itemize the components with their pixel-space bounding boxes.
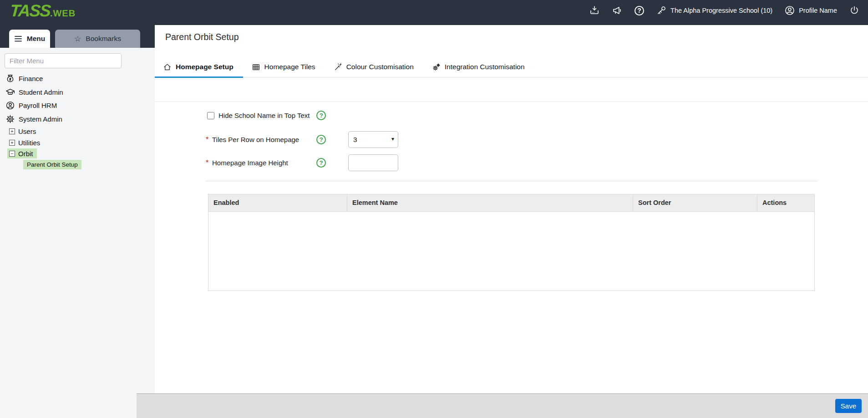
elements-table: Enabled Element Name Sort Order Actions: [208, 194, 815, 291]
hide-school-name-checkbox[interactable]: [207, 112, 214, 119]
tree-child-label: Parent Orbit Setup: [27, 161, 78, 168]
plus-box-icon[interactable]: +: [9, 140, 15, 146]
table-body-empty: [208, 212, 815, 291]
column-header-element-name: Element Name: [347, 194, 633, 211]
sidebar: Menu ☆ Bookmarks Finance Student Admin: [0, 25, 155, 418]
tab-label: Colour Customisation: [346, 63, 414, 71]
plus-box-icon[interactable]: +: [9, 128, 15, 134]
sidebar-item-parent-orbit-setup[interactable]: Parent Orbit Setup: [23, 160, 81, 169]
sidebar-item-label: Student Admin: [19, 88, 63, 96]
power-icon[interactable]: [849, 5, 860, 16]
tab-homepage-setup[interactable]: Homepage Setup: [155, 57, 243, 77]
menu-tab-label: Menu: [27, 35, 45, 43]
hamburger-icon: [14, 36, 22, 42]
required-marker: *: [206, 159, 212, 167]
sidebar-tree-users[interactable]: + Users: [0, 126, 36, 136]
column-header-actions: Actions: [757, 194, 815, 211]
sidebar-item-finance[interactable]: Finance: [0, 73, 43, 84]
section-divider-top: [155, 102, 868, 102]
graduation-cap-icon: [5, 87, 15, 97]
save-button[interactable]: Save: [835, 399, 862, 413]
tab-bar: Homepage Setup Homepage Tiles Colour Cus…: [155, 57, 868, 77]
gears-icon: [432, 63, 441, 71]
tab-integration-customisation[interactable]: Integration Customisation: [424, 57, 534, 77]
logo-text-main: TASS: [10, 1, 51, 20]
help-icon[interactable]: ?: [635, 6, 644, 15]
tab-label: Homepage Setup: [176, 63, 233, 71]
help-icon[interactable]: ?: [316, 135, 326, 144]
sidebar-item-label: Finance: [19, 75, 43, 82]
sidebar-item-payroll-hrm[interactable]: Payroll HRM: [0, 100, 57, 111]
sidebar-header-band: Menu ☆ Bookmarks: [0, 25, 155, 48]
home-icon: [163, 63, 172, 71]
tree-item-label: Orbit: [18, 150, 33, 158]
tree-item-label: Users: [18, 127, 36, 135]
top-bar: TASS .WEB ? The Alp: [0, 0, 868, 25]
hide-school-name-label: Hide School Name in Top Text: [218, 112, 310, 119]
download-icon[interactable]: [589, 5, 600, 16]
help-icon[interactable]: ?: [316, 111, 326, 120]
wand-icon: [334, 63, 342, 71]
tab-label: Homepage Tiles: [264, 63, 315, 71]
key-icon: [656, 5, 667, 16]
sidebar-item-student-admin[interactable]: Student Admin: [0, 87, 63, 97]
gear-icon: [5, 114, 15, 124]
megaphone-icon[interactable]: [612, 5, 623, 16]
tab-colour-customisation[interactable]: Colour Customisation: [325, 57, 423, 77]
tiles-per-row-select[interactable]: 3: [348, 131, 398, 148]
form-row-tiles-per-row: * Tiles Per Row on Homepage ? 3 ▾: [206, 131, 398, 148]
bookmarks-tab[interactable]: ☆ Bookmarks: [55, 30, 140, 48]
money-bag-icon: [5, 74, 15, 83]
column-header-sort-order: Sort Order: [633, 194, 757, 211]
tab-label: Integration Customisation: [445, 63, 525, 71]
tab-homepage-tiles[interactable]: Homepage Tiles: [244, 57, 325, 77]
sidebar-tree-orbit[interactable]: − Orbit: [7, 148, 37, 158]
form-row-homepage-image-height: * Homepage Image Height ?: [206, 154, 398, 171]
footer-bar: Save: [137, 393, 868, 418]
profile-icon: [784, 5, 795, 16]
tiles-per-row-label: Tiles Per Row on Homepage: [212, 136, 316, 143]
tass-web-logo[interactable]: TASS .WEB: [10, 1, 76, 20]
column-header-enabled: Enabled: [208, 194, 347, 211]
sidebar-item-label: System Admin: [19, 115, 62, 123]
filter-menu-input[interactable]: [5, 53, 122, 68]
sidebar-item-label: Payroll HRM: [19, 102, 57, 109]
sidebar-tree-utilities[interactable]: + Utilities: [0, 138, 40, 148]
school-name: The Alpha Progressive School (10): [670, 7, 772, 14]
minus-box-icon[interactable]: −: [9, 151, 15, 157]
logo-text-suffix: .WEB: [50, 8, 76, 19]
page-title: Parent Orbit Setup: [165, 32, 239, 42]
profile-name: Profile Name: [799, 7, 837, 14]
tree-item-label: Utilities: [18, 139, 40, 147]
person-circle-icon: [5, 101, 15, 110]
required-marker: *: [206, 136, 212, 144]
main-content: Parent Orbit Setup Homepage Setup Homepa…: [155, 25, 868, 418]
homepage-image-height-label: Homepage Image Height: [212, 159, 316, 167]
form-row-hide-school-name: Hide School Name in Top Text ?: [207, 111, 326, 120]
sidebar-item-system-admin[interactable]: System Admin: [0, 113, 62, 124]
homepage-image-height-input[interactable]: [348, 154, 398, 171]
table-header-row: Enabled Element Name Sort Order Actions: [208, 194, 815, 212]
help-icon[interactable]: ?: [316, 158, 326, 168]
menu-tab[interactable]: Menu: [9, 30, 50, 48]
grid-icon: [252, 63, 260, 71]
bookmarks-tab-label: Bookmarks: [86, 35, 121, 43]
topbar-actions: ? The Alpha Progressive School (10) Prof…: [589, 0, 860, 21]
school-selector[interactable]: The Alpha Progressive School (10): [656, 5, 772, 16]
profile-menu[interactable]: Profile Name: [784, 5, 837, 16]
star-icon: ☆: [74, 35, 81, 43]
section-divider: [205, 181, 817, 181]
